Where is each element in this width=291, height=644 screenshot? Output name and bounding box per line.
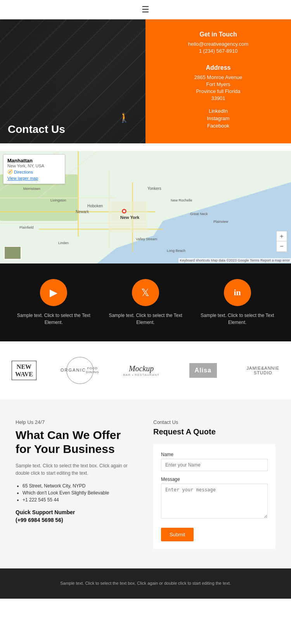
linkedin-icon: in [234,288,241,298]
map-zoom-controls: + − [276,231,287,252]
svg-text:Great Neck: Great Neck [190,212,208,216]
quick-support-number: (+99 6984 5698 56) [16,517,63,523]
svg-point-29 [123,210,125,212]
contact-list-item-1: 65 Street, Network City, NYPD [23,483,138,489]
quick-support: Quick Support Number (+99 6984 5698 56) [16,509,138,524]
address-line2: Fort Myers [206,81,230,87]
contact-phone: 1 (234) 567-8910 [199,48,238,54]
message-label: Message [161,477,268,482]
svg-text:Newark: Newark [76,210,89,214]
instagram-link[interactable]: Instagram [207,115,230,121]
social-links: LinkedIn Instagram Facebook [207,108,230,129]
svg-text:Plainfield: Plainfield [19,226,34,229]
hero-image: Contact Us [0,19,146,143]
hero-person-figure [118,112,130,136]
svg-text:Hoboken: Hoboken [87,204,103,208]
svg-text:Livingston: Livingston [50,198,66,202]
svg-text:Plainview: Plainview [213,220,229,224]
youtube-circle[interactable]: ▶ [40,279,67,306]
contact-left: Help Us 24/7 What Can We Offer for Your … [16,419,138,549]
svg-text:Valley Stream: Valley Stream [136,237,157,241]
twitter-circle[interactable]: 𝕏 [132,279,159,306]
linkedin-text[interactable]: Sample text. Click to select the Text El… [199,312,276,326]
map-directions-link[interactable]: 🧭 Directions [7,169,33,174]
contact-right-label: Contact Us [153,419,275,425]
partner-organic: ORGANICFOOD DINING [66,357,94,384]
mockup-sub: BAR • RESTAURANT [123,373,159,377]
contact-list-item-3: +1 222 545 55 44 [23,497,138,503]
header: ☰ [0,0,291,19]
social-item-twitter: 𝕏 Sample text. Click to select the Text … [107,279,184,326]
svg-text:New York: New York [120,215,140,220]
social-item-youtube: ▶ Sample text. Click to select the Text … [15,279,92,326]
jamie-logo: JAMIE&ANNIESTUDIO [247,366,279,375]
partner-new-wave: NEWWAVE [12,361,36,380]
submit-button[interactable]: Submit [161,528,194,541]
new-wave-logo: NEWWAVE [12,361,36,380]
view-larger-map-link[interactable]: View larger map [7,176,61,181]
twitter-icon: 𝕏 [141,287,149,299]
footer-text[interactable]: Sample text. Click to select the text bo… [60,581,231,585]
contact-email: hello@creativeagency.com [188,41,248,47]
map-background: New York Hoboken Newark Yonkers New Roch… [0,151,291,263]
twitter-text[interactable]: Sample text. Click to select the Text El… [107,312,184,326]
directions-icon: 🧭 [7,169,13,174]
partner-mockup: Mockup BAR • RESTAURANT [123,364,159,377]
request-quote-title: Request A Quote [153,427,275,436]
contact-list: 65 Street, Network City, NYPD Which don'… [16,483,138,503]
map-attribution: Keyboard shortcuts Map data ©2023 Google… [178,258,291,263]
svg-text:Morristown: Morristown [23,187,40,191]
message-form-group: Message [161,477,268,520]
contact-right: Contact Us Request A Quote Name Message … [153,419,275,549]
social-icons-section: ▶ Sample text. Click to select the Text … [0,263,291,341]
svg-rect-9 [78,151,79,236]
zoom-in-button[interactable]: + [277,231,287,241]
svg-text:Long Beach: Long Beach [167,249,185,253]
social-item-linkedin: in Sample text. Click to select the Text… [199,279,276,326]
name-input[interactable] [161,459,268,471]
contact-info-title: Get in Touch [199,31,237,38]
mockup-logo: Mockup [129,364,154,373]
map-location-subtitle: New York, NY, USA [7,164,61,168]
youtube-icon: ▶ [50,287,57,299]
partners-section: NEWWAVE ORGANICFOOD DINING Mockup BAR • … [0,341,291,400]
zoom-out-button[interactable]: − [277,241,287,251]
map-section: New York Hoboken Newark Yonkers New Roch… [0,151,291,263]
message-textarea[interactable] [161,484,268,518]
hero-contact-info: Get in Touch hello@creativeagency.com 1 … [146,19,291,143]
contact-main-title[interactable]: What Can We Offer for Your Business [16,428,138,456]
partner-alisa: Alisa [189,363,217,378]
map-thumbnail [4,246,21,260]
footer: Sample text. Click to select the text bo… [0,568,291,599]
quote-form: Name Message Submit [153,444,275,549]
contact-quote-section: Help Us 24/7 What Can We Offer for Your … [0,400,291,568]
help-label: Help Us 24/7 [16,419,138,425]
address-line3: Province full Florida [196,88,240,94]
name-form-group: Name [161,452,268,471]
map-location-title: Manhattan [7,158,61,164]
svg-text:Yonkers: Yonkers [147,186,161,191]
address-line4: 33901 [211,95,225,101]
hamburger-icon[interactable]: ☰ [142,5,149,15]
contact-list-item-2: Which don't Look Even Slightly Believabl… [23,490,138,496]
address-line1: 2865 Monroe Avenue [194,74,242,80]
svg-text:Linden: Linden [58,241,69,245]
name-label: Name [161,452,268,457]
alisa-logo: Alisa [189,363,217,378]
organic-logo: ORGANICFOOD DINING [66,357,94,384]
hero-title: Contact Us [8,123,65,136]
facebook-link[interactable]: Facebook [207,123,230,129]
partner-jamie: JAMIE&ANNIESTUDIO [247,366,279,375]
hero-section: Contact Us Get in Touch hello@creativeag… [0,19,291,143]
contact-description[interactable]: Sample text. Click to select the text bo… [16,462,138,477]
address-title: Address [206,64,230,71]
svg-text:New Rochelle: New Rochelle [171,198,192,202]
quick-support-label: Quick Support Number [16,509,75,515]
linkedin-circle[interactable]: in [224,279,251,306]
linkedin-link[interactable]: LinkedIn [207,108,230,114]
map-info-box: Manhattan New York, NY, USA 🧭 Directions… [3,154,65,184]
youtube-text[interactable]: Sample text. Click to select the Text El… [15,312,92,326]
